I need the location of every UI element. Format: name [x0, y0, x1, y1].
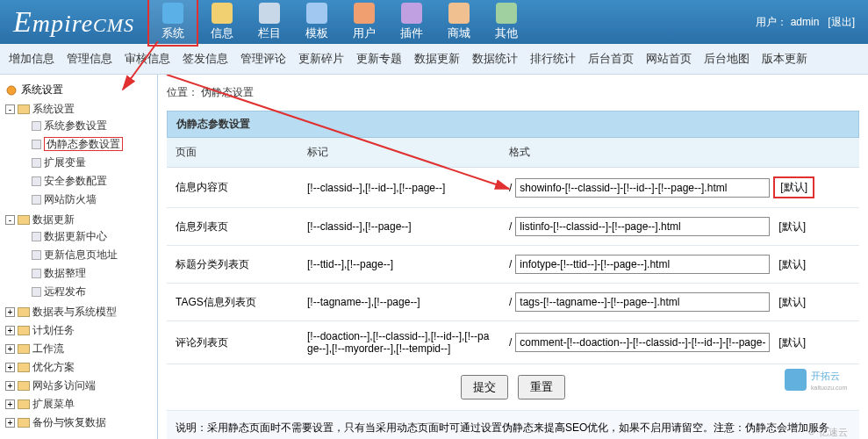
slash: /	[509, 258, 512, 270]
subnav-link-0[interactable]: 增加信息	[9, 51, 54, 67]
subnav-link-5[interactable]: 更新碎片	[298, 51, 344, 67]
tree-leaf-link[interactable]: 安全参数配置	[44, 175, 107, 187]
tree-toggle[interactable]: +	[5, 326, 15, 335]
tree-group-0: -系统设置系统参数设置伪静态参数设置扩展变量安全参数配置网站防火墙	[4, 100, 154, 211]
tree-group-label[interactable]: 网站多访问端	[32, 379, 96, 392]
subnav-link-3[interactable]: 签发信息	[183, 51, 228, 67]
nav-item-7[interactable]: 其他	[483, 0, 530, 45]
subnav-link-10[interactable]: 后台首页	[588, 51, 634, 67]
tree-group-label[interactable]: 数据表与系统模型	[32, 306, 117, 318]
tree-leaf-link[interactable]: 数据更新中心	[44, 230, 107, 242]
format-input[interactable]	[515, 292, 770, 312]
tree-leaf-link[interactable]: 伪静态参数设置	[44, 137, 123, 151]
tree-leaf: 扩展变量	[18, 154, 154, 172]
subnav-link-8[interactable]: 数据统计	[472, 51, 518, 67]
tree-group-label[interactable]: 工作流	[32, 342, 64, 355]
breadcrumb: 位置： 伪静态设置	[167, 82, 859, 111]
subnav-link-2[interactable]: 审核信息	[125, 51, 170, 67]
panel-title: 伪静态参数设置	[167, 111, 859, 138]
logout-link[interactable]: [退出]	[828, 16, 855, 28]
tree-group-label[interactable]: 计划任务	[32, 324, 75, 336]
tree-leaf-link[interactable]: 远程发布	[44, 285, 86, 298]
tree-group-label[interactable]: 扩展菜单	[32, 398, 75, 410]
tree-group-label[interactable]: 优化方案	[32, 361, 75, 373]
folder-icon	[18, 215, 30, 225]
sub-nav: 增加信息管理信息审核信息签发信息管理评论更新碎片更新专题数据更新数据统计排行统计…	[0, 44, 868, 75]
default-button[interactable]: [默认]	[773, 176, 814, 198]
tree-toggle[interactable]: +	[5, 418, 15, 428]
nav-item-2[interactable]: 栏目	[246, 0, 293, 45]
tree-leaf: 数据整理	[18, 264, 154, 283]
svg-point-0	[7, 86, 16, 95]
watermark-icon: 开拓云kaituozu.com	[780, 362, 850, 397]
tree-leaf-link[interactable]: 更新信息页地址	[44, 248, 118, 261]
doc-icon	[212, 3, 233, 24]
content: 位置： 伪静态设置 伪静态参数设置 页面 标记 格式 信息内容页 [!--cla…	[158, 75, 868, 439]
tree-leaf-link[interactable]: 系统参数设置	[44, 119, 107, 132]
subnav-link-13[interactable]: 版本更新	[762, 51, 807, 67]
nav-item-6[interactable]: 商城	[435, 0, 483, 45]
sidebar-tree: -系统设置系统参数设置伪静态参数设置扩展变量安全参数配置网站防火墙-数据更新数据…	[4, 100, 154, 432]
header: EmpireCMS 系统信息栏目模板用户插件商城其他 用户： admin [退出…	[0, 0, 868, 44]
tree-toggle[interactable]: +	[5, 344, 15, 354]
default-button[interactable]: [默认]	[773, 218, 811, 236]
tree-toggle[interactable]: +	[5, 381, 15, 391]
tpl-icon	[306, 3, 327, 24]
nav-item-4[interactable]: 用户	[341, 0, 388, 45]
tree-toggle[interactable]: +	[5, 399, 15, 409]
subnav-link-12[interactable]: 后台地图	[704, 51, 750, 67]
tree-leaf: 远程发布	[18, 283, 154, 301]
table-row: 信息列表页 [!--classid--],[!--page--] / [默认]	[167, 208, 859, 246]
tree-group-label[interactable]: 系统设置	[32, 103, 75, 115]
format-input[interactable]	[515, 255, 770, 274]
cell-page: 信息列表页	[167, 208, 298, 246]
tree-leaf-link[interactable]: 网站防火墙	[44, 193, 97, 205]
cell-tag: [!--ttid--],[!--page--]	[298, 246, 500, 284]
page-icon	[32, 269, 41, 278]
logo: EmpireCMS	[0, 5, 147, 39]
sidebar: 系统设置 -系统设置系统参数设置伪静态参数设置扩展变量安全参数配置网站防火墙-数…	[0, 75, 158, 439]
user-name[interactable]: admin	[791, 16, 820, 28]
page-icon	[32, 232, 41, 241]
note-row: 说明：采用静态页面时不需要设置，只有当采用动态页面时可通过设置伪静态来提高SEO…	[167, 411, 859, 440]
tree-toggle[interactable]: -	[5, 215, 15, 225]
config-table: 页面 标记 格式 信息内容页 [!--classid--],[!--id--],…	[167, 138, 859, 439]
tree-group-7: +扩展菜单	[4, 395, 154, 414]
subnav-link-4[interactable]: 管理评论	[240, 51, 286, 67]
tree-toggle[interactable]: -	[5, 104, 15, 114]
nav-item-0[interactable]: 系统	[147, 0, 198, 47]
tree-group-label[interactable]: 数据更新	[32, 213, 75, 226]
format-input[interactable]	[515, 217, 770, 236]
tree-group-4: +工作流	[4, 340, 154, 358]
folder-icon	[18, 399, 30, 409]
cell-format: / [默认]	[500, 168, 859, 208]
default-button[interactable]: [默认]	[773, 293, 811, 312]
subnav-link-7[interactable]: 数据更新	[414, 51, 460, 67]
folder-icon	[18, 326, 30, 335]
cell-page: 评论列表页	[167, 321, 298, 364]
default-button[interactable]: [默认]	[773, 334, 811, 352]
nav-item-1[interactable]: 信息	[198, 0, 246, 45]
tree-leaf-link[interactable]: 数据整理	[44, 267, 86, 279]
tree-toggle[interactable]: +	[5, 363, 15, 372]
cell-format: / [默认]	[500, 321, 859, 364]
submit-button[interactable]: 提交	[461, 375, 508, 399]
table-row: 信息内容页 [!--classid--],[!--id--],[!--page-…	[167, 168, 859, 208]
subnav-link-6[interactable]: 更新专题	[356, 51, 402, 67]
tree-group-2: +数据表与系统模型	[4, 303, 154, 321]
subnav-link-1[interactable]: 管理信息	[67, 51, 112, 67]
slash: /	[509, 182, 512, 194]
subnav-link-11[interactable]: 网站首页	[646, 51, 692, 67]
format-input[interactable]	[515, 178, 770, 198]
default-button[interactable]: [默认]	[773, 255, 811, 274]
note-text: 说明：采用静态页面时不需要设置，只有当采用动态页面时可通过设置伪静态来提高SEO…	[167, 411, 859, 440]
tree-leaf-link[interactable]: 扩展变量	[44, 156, 86, 169]
nav-item-3[interactable]: 模板	[293, 0, 341, 45]
format-input[interactable]	[515, 333, 770, 352]
shop-icon	[448, 3, 470, 24]
nav-item-5[interactable]: 插件	[388, 0, 435, 45]
reset-button[interactable]: 重置	[518, 375, 565, 399]
subnav-link-9[interactable]: 排行统计	[530, 51, 576, 67]
tree-toggle[interactable]: +	[5, 307, 15, 317]
tree-group-label[interactable]: 备份与恢复数据	[32, 416, 106, 428]
